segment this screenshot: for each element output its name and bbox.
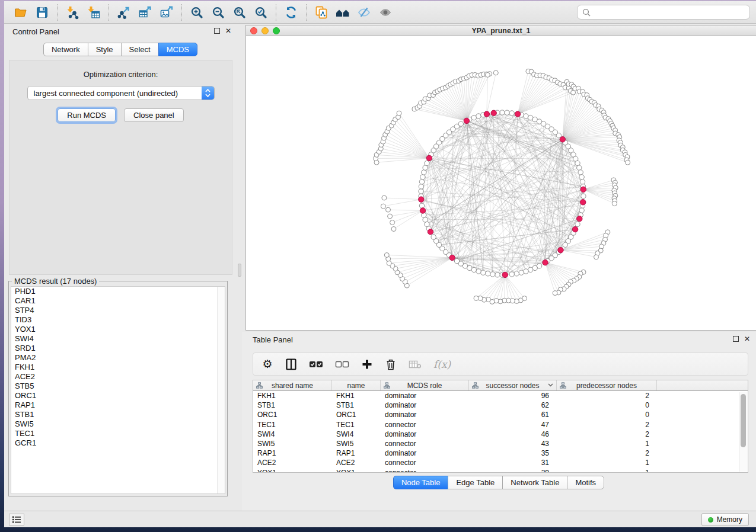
zoom-fit-button[interactable] (229, 4, 250, 21)
table-body: FKH1FKH1dominator962STB1STB1dominator620… (253, 391, 748, 473)
table-cell: 96 (469, 392, 557, 400)
table-toolbar: ⚙ (253, 352, 748, 376)
export-table-icon (138, 5, 152, 20)
table-cell: 61 (469, 411, 557, 419)
table-row[interactable]: ORC1ORC1dominator610 (253, 410, 748, 419)
table-tab-node-table[interactable]: Node Table (393, 476, 449, 489)
float-panel-icon[interactable] (214, 28, 220, 34)
refresh-button[interactable] (280, 4, 302, 21)
mcds-result-item[interactable]: STB1 (11, 410, 225, 419)
zoom-in-button[interactable] (186, 4, 208, 21)
table-row[interactable]: RAP1RAP1dominator352 (253, 448, 748, 458)
criterion-select[interactable]: largest connected component (undirected) (27, 86, 215, 100)
hide-selected-button[interactable] (353, 4, 375, 21)
mcds-result-item[interactable]: PMA2 (11, 353, 225, 363)
export-table-button[interactable] (135, 4, 156, 21)
toolbar-separator (57, 4, 58, 21)
table-row[interactable]: ACE2ACE2connector311 (253, 458, 748, 467)
mcds-result-item[interactable]: CAR1 (11, 296, 225, 306)
mcds-result-item[interactable]: YOX1 (11, 325, 225, 334)
network-canvas[interactable]: .e1{stroke:#8f8f8f;stroke-opacity:.4;str… (246, 36, 756, 330)
import-network-icon (65, 5, 79, 20)
tab-select[interactable]: Select (121, 43, 159, 56)
table-cell: 1 (557, 459, 657, 467)
copy-network-button[interactable] (311, 4, 332, 21)
memory-label: Memory (717, 515, 742, 524)
show-columns-button[interactable] (285, 357, 297, 371)
table-row[interactable]: SWI5SWI5connector431 (253, 439, 748, 448)
mcds-result-item[interactable]: SWI5 (11, 419, 225, 429)
close-panel-button[interactable]: Close panel (124, 108, 184, 122)
column-type-icon (472, 382, 479, 389)
table-cell: dominator (381, 411, 469, 419)
column-header-shared-name[interactable]: shared name (253, 380, 332, 390)
export-network-button[interactable] (113, 4, 135, 21)
tab-mcds[interactable]: MCDS (158, 43, 197, 56)
table-scrollbar[interactable] (739, 392, 747, 472)
mcds-result-item[interactable]: PHD1 (11, 287, 225, 296)
table-tab-network-table[interactable]: Network Table (502, 476, 567, 489)
export-image-button[interactable] (156, 4, 177, 21)
panel-splitter[interactable] (237, 24, 242, 511)
table-cell: 1 (557, 469, 657, 473)
mcds-result-item[interactable]: TEC1 (11, 429, 225, 438)
import-table-icon (87, 5, 101, 20)
mcds-result-item[interactable]: RAP1 (11, 400, 225, 410)
mcds-result-item[interactable]: STB5 (11, 382, 225, 391)
first-neighbors-button[interactable] (332, 4, 353, 21)
table-scrollbar-thumb[interactable] (741, 394, 746, 447)
task-history-button[interactable] (9, 514, 24, 525)
table-row[interactable]: STB1STB1dominator620 (253, 400, 748, 410)
table-cell: STB1 (332, 401, 381, 409)
close-table-panel-icon[interactable]: ✕ (744, 336, 750, 342)
open-file-button[interactable] (10, 4, 31, 21)
mcds-result-item[interactable]: SWI4 (11, 334, 225, 344)
mcds-result-item[interactable]: ACE2 (11, 372, 225, 382)
table-cell: RAP1 (253, 449, 332, 457)
mcds-result-item[interactable]: GCR1 (11, 438, 225, 448)
mcds-result-item[interactable]: STP4 (11, 306, 225, 315)
delete-column-button[interactable] (385, 357, 397, 371)
tab-style[interactable]: Style (88, 43, 122, 56)
mcds-result-item[interactable]: SRD1 (11, 344, 225, 353)
import-network-button[interactable] (62, 4, 83, 21)
table-settings-button[interactable]: ⚙ (261, 357, 273, 371)
column-header-predecessor-nodes[interactable]: predecessor nodes (557, 380, 657, 390)
close-panel-icon[interactable]: ✕ (225, 28, 231, 34)
create-column-button[interactable] (361, 357, 373, 371)
mcds-result-item[interactable]: FKH1 (11, 363, 225, 372)
run-mcds-button[interactable]: Run MCDS (58, 108, 116, 122)
table-cell: SWI5 (253, 440, 332, 448)
table-cell: SWI4 (253, 430, 332, 438)
memory-button[interactable]: Memory (701, 513, 749, 526)
network-graph[interactable]: .e1{stroke:#8f8f8f;stroke-opacity:.4;str… (246, 36, 756, 330)
mcds-result-item[interactable]: TID3 (11, 315, 225, 325)
import-table-button[interactable] (83, 4, 104, 21)
tab-network[interactable]: Network (43, 43, 88, 56)
table-row[interactable]: YOX1YOX1connector291 (253, 468, 748, 473)
select-all-rows-button[interactable] (309, 357, 323, 371)
show-all-button[interactable] (375, 4, 396, 21)
float-table-panel-icon[interactable] (733, 336, 739, 342)
column-header-successor-nodes[interactable]: successor nodes (469, 380, 557, 390)
save-session-button[interactable] (31, 4, 53, 21)
zoom-out-button[interactable] (208, 4, 229, 21)
column-header-mcds-role[interactable]: MCDS role (381, 380, 469, 390)
zoom-fit-icon (232, 5, 247, 20)
table-cell: TEC1 (332, 421, 381, 429)
table-row[interactable]: FKH1FKH1dominator962 (253, 391, 748, 400)
table-tab-edge-table[interactable]: Edge Table (448, 476, 503, 489)
mcds-result-item[interactable]: ORC1 (11, 391, 225, 400)
table-row[interactable]: TEC1TEC1connector472 (253, 420, 748, 430)
node-table: shared namenameMCDS rolesuccessor nodesp… (253, 380, 748, 473)
table-row[interactable]: SWI4SWI4dominator462 (253, 430, 748, 439)
refresh-icon (284, 5, 298, 20)
table-tab-motifs[interactable]: Motifs (567, 476, 604, 489)
zoom-selected-button[interactable] (250, 4, 272, 21)
table-cell: ORC1 (332, 411, 381, 419)
search-input[interactable] (594, 8, 745, 17)
column-header-name[interactable]: name (332, 380, 381, 390)
result-scrollbar[interactable] (217, 287, 225, 493)
deselect-all-rows-button[interactable] (335, 357, 349, 371)
splitter-grip-icon[interactable] (238, 264, 241, 277)
